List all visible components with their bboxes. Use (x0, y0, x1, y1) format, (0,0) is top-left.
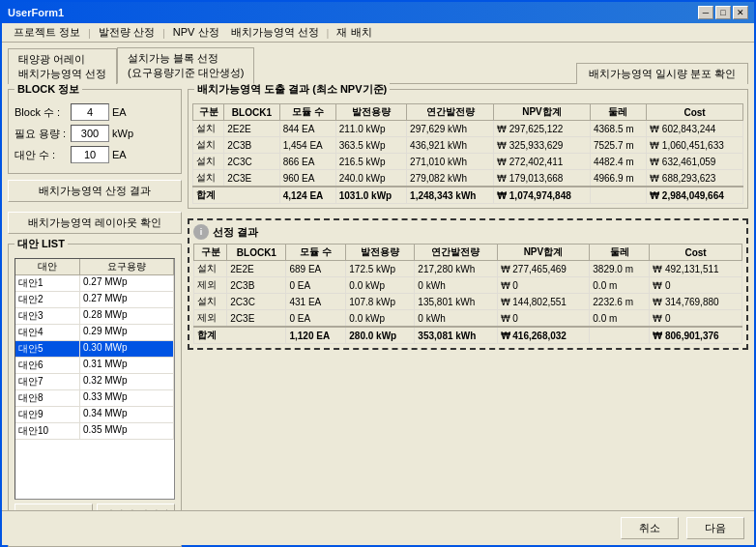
menu-sep-1: | (88, 27, 91, 39)
sel-col-modules: 모듈 수 (286, 245, 346, 261)
right-panel: 배치가능영역 도출 결과 (최소 NPV기준) 구분 BLOCK1 모듈 수 발… (188, 89, 748, 547)
tab-distribution[interactable]: 배치가능영역 일시량 분포 확인 (576, 63, 748, 84)
alt-list-box[interactable]: 대안 요구용량 대안1 0.27 MWp 대안2 0.27 MWp 대안3 0.… (15, 258, 175, 500)
sel-col-annual: 연간발전량 (415, 245, 497, 261)
table-row: 설치 2E2E 844 EA 211.0 kWp 297,629 kWh ₩ 2… (193, 121, 743, 137)
sel-col-cost: Cost (650, 245, 742, 261)
table-row: 설치 2C3C 866 EA 216.5 kWp 271,010 kWh ₩ 2… (193, 154, 743, 170)
block-info-group: BLOCK 정보 Block 수 : EA 필요 용량 : kWp 대안 수 :… (8, 89, 182, 174)
title-buttons: ─ □ ✕ (698, 6, 748, 19)
sel-col-capacity: 발전용량 (346, 245, 415, 261)
col-block: BLOCK1 (224, 104, 279, 121)
footer: 취소 다음 (2, 510, 754, 545)
cancel-button[interactable]: 취소 (621, 517, 679, 539)
alt-list-header: 대안 요구용량 (15, 259, 174, 275)
capacity-row: 필요 용량 : kWp (15, 125, 175, 142)
table-row: 설치 2C3E 960 EA 240.0 kWp 279,082 kWh ₩ 1… (193, 170, 743, 187)
list-item[interactable]: 대안4 0.29 MWp (15, 325, 174, 341)
block-info-label: BLOCK 정보 (15, 82, 82, 97)
alt-count-input[interactable] (71, 146, 109, 163)
alt-col-capacity: 요구용량 (80, 259, 174, 274)
menu-item-placement[interactable]: 배치가능영역 선정 (225, 24, 325, 41)
tab-block-select[interactable]: 설치가능 블록 선정 (요구용량기준 대안생성) (117, 47, 254, 84)
main-result-total-row: 합계 4,124 EA 1031.0 kWp 1,248,343 kWh ₩ 1… (193, 187, 743, 204)
menu-item-npv[interactable]: NPV 산정 (167, 24, 225, 41)
alt-count-unit: EA (112, 149, 127, 160)
list-item-selected[interactable]: 대안5 0.30 MWp (15, 341, 174, 358)
window-title: UserForm1 (8, 7, 64, 18)
list-item[interactable]: 대안6 0.31 MWp (15, 358, 174, 374)
list-item[interactable]: 대안3 0.28 MWp (15, 308, 174, 325)
menu-sep-2: | (162, 27, 165, 39)
block-count-unit: EA (112, 106, 127, 118)
col-annual: 연간발전량 (407, 104, 494, 121)
close-button[interactable]: ✕ (733, 6, 748, 19)
sel-col-type: 구분 (194, 245, 227, 261)
selected-result-total-row: 합계 1,120 EA 280.0 kWp 353,081 kWh ₩ 416,… (194, 327, 742, 344)
region-calc-button[interactable]: 배치가능영역 산정 결과 (8, 180, 182, 202)
tab-solar-array[interactable]: 태양광 어레이 배치가능영역 선정 (8, 48, 117, 84)
left-panel: BLOCK 정보 Block 수 : EA 필요 용량 : kWp 대안 수 :… (8, 89, 182, 547)
main-result-group: 배치가능영역 도출 결과 (최소 NPV기준) 구분 BLOCK1 모듈 수 발… (188, 89, 748, 209)
menu-item-generation[interactable]: 발전량 산정 (93, 24, 160, 41)
menu-item-project[interactable]: 프로젝트 정보 (8, 24, 86, 41)
list-item[interactable]: 대안2 0.27 MWp (15, 292, 174, 308)
list-item[interactable]: 대안1 0.27 MWp (15, 275, 174, 292)
capacity-input[interactable] (71, 125, 109, 142)
col-cost: Cost (647, 104, 743, 121)
list-item[interactable]: 대안8 0.33 MWp (15, 390, 174, 407)
menu-bar: 프로젝트 정보 | 발전량 산정 | NPV 산정 배치가능영역 선정 | 재 … (2, 23, 754, 43)
main-result-table: 구분 BLOCK1 모듈 수 발전용량 연간발전량 NPV합계 둘레 Cost (192, 103, 743, 204)
table-row: 설치 2C3C 431 EA 107.8 kWp 135,801 kWh ₩ 1… (194, 294, 742, 310)
list-item[interactable]: 대안7 0.32 MWp (15, 374, 174, 390)
alt-list-group: 대안 LIST 대안 요구용량 대안1 0.27 MWp 대안2 0.27 MW… (8, 244, 182, 547)
table-row: 제외 2C3E 0 EA 0.0 kWp 0 kWh ₩ 0 0.0 m ₩ 0 (194, 310, 742, 328)
menu-sep-3: | (327, 27, 330, 39)
block-count-label: Block 수 : (15, 105, 68, 120)
main-content: BLOCK 정보 Block 수 : EA 필요 용량 : kWp 대안 수 :… (2, 83, 754, 547)
selected-result-table: 구분 BLOCK1 모듈 수 발전용량 연간발전량 NPV합계 둘레 Cost (193, 244, 742, 344)
alt-col-alt: 대안 (15, 259, 80, 274)
col-modules: 모듈 수 (279, 104, 335, 121)
minimize-button[interactable]: ─ (698, 6, 713, 19)
col-capacity: 발전용량 (335, 104, 406, 121)
capacity-label: 필요 용량 : (15, 127, 68, 141)
sel-col-perimeter: 둘레 (590, 245, 650, 261)
selected-result-group: i 선정 결과 구분 BLOCK1 모듈 수 발전용량 연간발전량 NPV합계 … (188, 218, 748, 350)
main-window: UserForm1 ─ □ ✕ 프로젝트 정보 | 발전량 산정 | NPV 산… (0, 0, 756, 547)
menu-item-rearrange[interactable]: 재 배치 (331, 24, 377, 41)
sel-col-npv: NPV합계 (497, 245, 590, 261)
title-bar: UserForm1 ─ □ ✕ (2, 2, 754, 23)
table-row: 제외 2C3B 0 EA 0.0 kWp 0 kWh ₩ 0 0.0 m ₩ 0 (194, 277, 742, 294)
col-perimeter: 둘레 (590, 104, 646, 121)
next-button[interactable]: 다음 (686, 517, 744, 539)
selected-group-label: i 선정 결과 (193, 224, 742, 240)
main-result-label: 배치가능영역 도출 결과 (최소 NPV기준) (194, 82, 390, 97)
alt-list-label: 대안 LIST (15, 237, 68, 251)
block-count-input[interactable] (71, 103, 109, 121)
col-type: 구분 (193, 104, 224, 121)
alt-count-row: 대안 수 : EA (15, 146, 175, 163)
list-item[interactable]: 대안9 0.34 MWp (15, 407, 174, 423)
sel-col-block: BLOCK1 (227, 245, 286, 261)
block-count-row: Block 수 : EA (15, 103, 175, 121)
table-row: 설치 2C3B 1,454 EA 363.5 kWp 436,921 kWh ₩… (193, 137, 743, 154)
table-row: 설치 2E2E 689 EA 172.5 kWp 217,280 kWh ₩ 2… (194, 261, 742, 277)
alt-count-label: 대안 수 : (15, 148, 68, 162)
capacity-unit: kWp (112, 128, 133, 139)
col-npv: NPV합계 (494, 104, 591, 121)
tabs-row: 태양광 어레이 배치가능영역 선정 설치가능 블록 선정 (요구용량기준 대안생… (2, 43, 754, 83)
info-icon: i (193, 224, 209, 240)
list-item[interactable]: 대안10 0.35 MWp (15, 423, 174, 440)
region-layout-button[interactable]: 배치가능영역 레이아웃 확인 (8, 212, 182, 234)
maximize-button[interactable]: □ (715, 6, 731, 19)
